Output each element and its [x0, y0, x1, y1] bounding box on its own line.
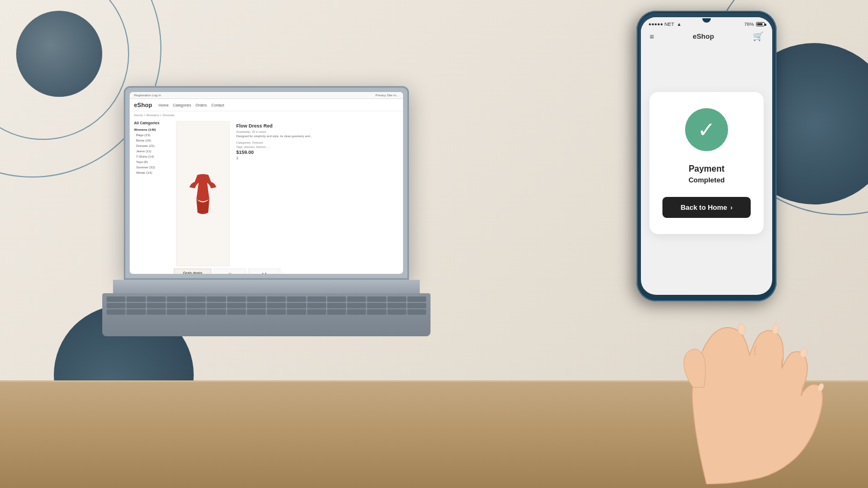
topbar-right: Privacy Site m...	[376, 94, 399, 97]
key	[147, 296, 166, 302]
laptop-screen-inner: Registration Log in Privacy Site m... eS…	[130, 92, 403, 274]
key	[407, 303, 426, 308]
key	[247, 296, 266, 302]
promo-box[interactable]: Grab deals50% off ✂	[174, 268, 211, 274]
laptop-screen-outer: Registration Log in Privacy Site m... eS…	[124, 86, 409, 280]
battery-tip	[765, 24, 766, 26]
sidebar-boots[interactable]: Boots (19)	[134, 138, 172, 143]
key	[367, 296, 386, 302]
sidebar-title: All Categories	[134, 121, 172, 125]
product-price: $159.00	[236, 150, 397, 155]
key	[107, 309, 125, 315]
product-quantity: 1	[236, 156, 397, 160]
key	[247, 309, 266, 315]
key	[387, 303, 406, 308]
key	[347, 309, 366, 315]
key	[327, 303, 346, 308]
back-home-label: Back to Home	[681, 203, 728, 211]
phone-battery: 76%	[744, 22, 765, 27]
back-to-home-button[interactable]: Back to Home ›	[662, 197, 751, 218]
product-categories: Categories: Dresses	[236, 141, 397, 144]
key	[107, 303, 125, 308]
product-tags: Tags: dresses, fashion, ...	[236, 145, 397, 148]
key	[227, 303, 246, 308]
key	[207, 296, 225, 302]
key	[347, 303, 366, 308]
key	[327, 309, 346, 315]
phone-main-content: ✓ Payment Completed Back to Home ›	[641, 46, 772, 280]
key	[267, 296, 286, 302]
key	[367, 309, 386, 315]
site-topbar: Registration Log in Privacy Site m...	[130, 92, 403, 99]
key	[267, 309, 286, 315]
sidebar-tops[interactable]: Tops (8)	[134, 159, 172, 165]
key	[227, 296, 246, 302]
site-logo: eShop	[134, 102, 152, 108]
key	[187, 309, 206, 315]
product-info: Flow Dress Red Availability: 25 in stock…	[234, 121, 399, 266]
cart-icon[interactable]: 🛒	[753, 31, 764, 41]
phone-app-title: eShop	[693, 32, 714, 40]
phone-outer: ●●●●● NET ▲ 76% ≡ eShop 🛒	[637, 11, 777, 301]
product-thumb-bags[interactable]: 👜 Bags	[214, 268, 246, 274]
sidebar-winter[interactable]: Winter (14)	[134, 170, 172, 175]
breadcrumb: Home > Womens > Dresses	[130, 111, 403, 119]
phone: ●●●●● NET ▲ 76% ≡ eShop 🛒	[637, 11, 777, 301]
key	[126, 309, 145, 315]
table-surface	[0, 380, 868, 488]
key	[307, 296, 326, 302]
product-thumb-dresses[interactable]: 👗 Dresses	[248, 268, 280, 274]
nav-categories[interactable]: Categories	[173, 103, 191, 107]
key	[347, 296, 366, 302]
key	[367, 303, 386, 308]
key	[287, 303, 306, 308]
dress-icon: 👗	[258, 272, 270, 274]
sidebar-bags[interactable]: Bags (23)	[134, 132, 172, 138]
bag-icon: 👜	[224, 272, 236, 274]
key	[307, 309, 326, 315]
product-description: Designed for simplicity and style, its c…	[236, 135, 397, 139]
key	[387, 296, 406, 302]
key	[187, 296, 206, 302]
menu-icon[interactable]: ≡	[650, 32, 654, 41]
key	[327, 296, 346, 302]
key	[147, 309, 166, 315]
product-availability: Availability: 25 in stock	[236, 130, 397, 133]
sidebar-jeans[interactable]: Jeans (11)	[134, 148, 172, 154]
key	[407, 309, 426, 315]
key	[207, 309, 225, 315]
eshop-website: Registration Log in Privacy Site m... eS…	[130, 92, 403, 274]
key	[407, 296, 426, 302]
checkmark-icon: ✓	[697, 119, 716, 140]
site-content: All Categories Womens (140) Bags (23) Bo…	[130, 119, 403, 268]
sidebar-summer[interactable]: Summer (32)	[134, 165, 172, 170]
sidebar-dresses[interactable]: Dresses (21)	[134, 143, 172, 148]
phone-signal: ●●●●● NET ▲	[648, 22, 681, 27]
key	[107, 296, 125, 302]
nav-orders[interactable]: Orders	[195, 103, 207, 107]
payment-title: Payment	[689, 164, 725, 174]
sidebar-womens[interactable]: Womens (140)	[134, 127, 172, 132]
site-sidebar: All Categories Womens (140) Bags (23) Bo…	[134, 121, 172, 266]
key	[126, 303, 145, 308]
bottom-products-row: Grab deals50% off ✂ 👜 Bags 👗 Dresses	[130, 268, 403, 274]
key	[187, 303, 206, 308]
site-main: Flow Dress Red Availability: 25 in stock…	[176, 121, 399, 266]
sidebar-tshirts[interactable]: T-Shirts (14)	[134, 154, 172, 159]
keyboard-keys	[102, 293, 431, 318]
key	[287, 296, 306, 302]
nav-home[interactable]: Home	[159, 103, 169, 107]
laptop: Registration Log in Privacy Site m... eS…	[124, 86, 420, 344]
key	[207, 303, 225, 308]
nav-contact[interactable]: Contact	[211, 103, 224, 107]
battery-icon	[756, 22, 765, 26]
key	[287, 309, 306, 315]
product-title: Flow Dress Red	[236, 123, 397, 129]
key	[227, 309, 246, 315]
arrow-icon: ›	[730, 204, 732, 211]
key	[167, 309, 186, 315]
key	[147, 303, 166, 308]
laptop-keyboard	[102, 293, 431, 336]
phone-app-header: ≡ eShop 🛒	[641, 29, 772, 46]
key	[126, 296, 145, 302]
